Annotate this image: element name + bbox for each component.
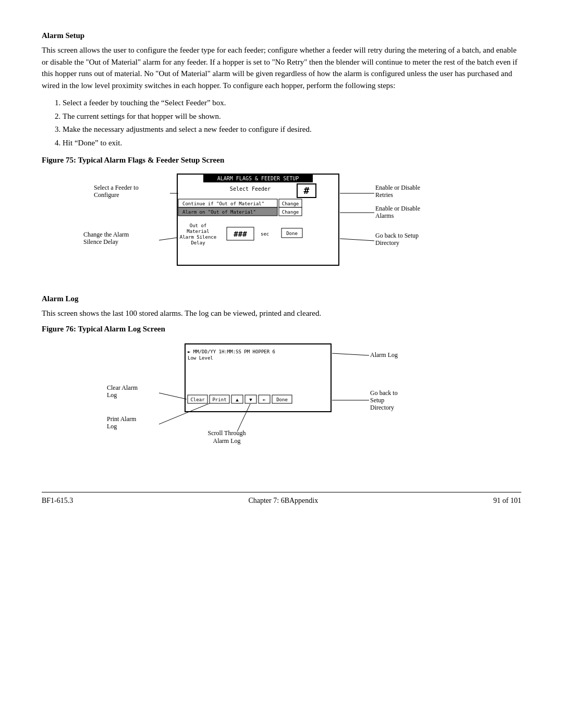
footer-center: Chapter 7: 6BAppendix — [248, 497, 318, 505]
alarm-setup-title: Alarm Setup — [42, 31, 521, 40]
step-3: Make the necessary adjustments and selec… — [63, 123, 521, 137]
svg-text:Out of: Out of — [190, 223, 207, 228]
svg-text:▼: ▼ — [249, 397, 252, 402]
svg-text:Select Feeder: Select Feeder — [230, 186, 271, 192]
footer-right: 91 of 101 — [493, 497, 521, 505]
step-2: The current settings for that hopper wil… — [63, 110, 521, 124]
svg-line-55 — [332, 353, 369, 355]
svg-text:Done: Done — [286, 231, 298, 236]
figure76-title: Figure 76: Typical Alarm Log Screen — [42, 325, 521, 334]
alarm-log-title: Alarm Log — [42, 294, 521, 303]
svg-text:Change: Change — [282, 209, 299, 215]
step-4: Hit “Done” to exit. — [63, 137, 521, 150]
svg-text:⇤: ⇤ — [263, 397, 266, 402]
svg-text:Clear: Clear — [190, 397, 205, 402]
svg-text:Log: Log — [107, 423, 117, 430]
svg-text:Silence Delay: Silence Delay — [83, 238, 118, 245]
svg-text:Low Level: Low Level — [188, 355, 213, 361]
svg-text:Retries: Retries — [375, 191, 393, 199]
alarm-setup-paragraph: This screen allows the user to configure… — [42, 44, 521, 91]
svg-text:Alarms: Alarms — [375, 212, 394, 219]
step-1: Select a feeder by touching the “Select … — [63, 96, 521, 110]
svg-text:Select a Feeder to: Select a Feeder to — [94, 184, 139, 191]
svg-text:Alarm Silence: Alarm Silence — [180, 235, 216, 240]
svg-text:Scroll Through: Scroll Through — [208, 429, 246, 437]
svg-text:Directory: Directory — [370, 404, 394, 411]
svg-text:Configure: Configure — [94, 191, 119, 199]
svg-line-28 — [159, 238, 177, 240]
svg-text:▲: ▲ — [236, 397, 239, 402]
alarm-setup-steps: Select a feeder by touching the “Select … — [63, 96, 521, 150]
svg-text:Material: Material — [187, 229, 209, 234]
svg-text:Go back to: Go back to — [370, 389, 398, 397]
page-footer: BF1-615.3 Chapter 7: 6BAppendix 91 of 10… — [42, 492, 521, 505]
svg-text:sec: sec — [261, 231, 269, 237]
svg-text:Print: Print — [212, 397, 226, 402]
svg-text:Enable or Disable: Enable or Disable — [375, 184, 420, 191]
svg-text:Clear Alarm: Clear Alarm — [107, 384, 138, 391]
alarm-setup-section: Alarm Setup This screen allows the user … — [42, 31, 521, 150]
alarm-log-paragraph: This screen shows the last 100 stored al… — [42, 307, 521, 319]
svg-text:Delay: Delay — [191, 240, 205, 245]
figure76-svg: ► MM/DD/YY 1H:MM:SS PM HOPPER 6 Low Leve… — [78, 339, 485, 459]
svg-text:#: # — [304, 185, 310, 196]
svg-line-62 — [159, 393, 187, 399]
svg-text:Alarm on "Out of Material": Alarm on "Out of Material" — [182, 209, 256, 215]
figure75-svg: ALARM FLAGS & FEEDER SETUP Select Feeder… — [78, 170, 485, 282]
svg-text:Continue if "Out of Material": Continue if "Out of Material" — [182, 201, 264, 206]
alarm-log-section: Alarm Log This screen shows the last 100… — [42, 294, 521, 319]
svg-text:Print Alarm: Print Alarm — [107, 415, 137, 423]
figure75-title: Figure 75: Typical Alarm Flags & Feeder … — [42, 156, 521, 165]
svg-line-37 — [340, 239, 374, 241]
svg-text:###: ### — [234, 230, 247, 238]
svg-text:Directory: Directory — [375, 239, 399, 246]
svg-text:Enable or Disable: Enable or Disable — [375, 205, 420, 212]
svg-text:Change: Change — [282, 201, 299, 206]
svg-text:Done: Done — [276, 397, 288, 402]
svg-text:Alarm Log: Alarm Log — [370, 351, 398, 359]
footer-left: BF1-615.3 — [42, 497, 73, 505]
svg-text:ALARM FLAGS & FEEDER SETUP: ALARM FLAGS & FEEDER SETUP — [217, 176, 299, 181]
svg-line-65 — [159, 403, 210, 424]
figure75-diagram: ALARM FLAGS & FEEDER SETUP Select Feeder… — [78, 170, 485, 284]
svg-text:Alarm Log: Alarm Log — [213, 437, 241, 445]
figure76-diagram: ► MM/DD/YY 1H:MM:SS PM HOPPER 6 Low Leve… — [78, 339, 485, 461]
svg-text:Setup: Setup — [370, 397, 384, 404]
svg-text:Log: Log — [107, 391, 117, 399]
svg-text:Go back to Setup: Go back to Setup — [375, 232, 419, 239]
svg-text:Change the Alarm: Change the Alarm — [83, 231, 129, 238]
svg-text:► MM/DD/YY 1H:MM:SS PM HOPPER : ► MM/DD/YY 1H:MM:SS PM HOPPER 6 — [188, 349, 275, 354]
